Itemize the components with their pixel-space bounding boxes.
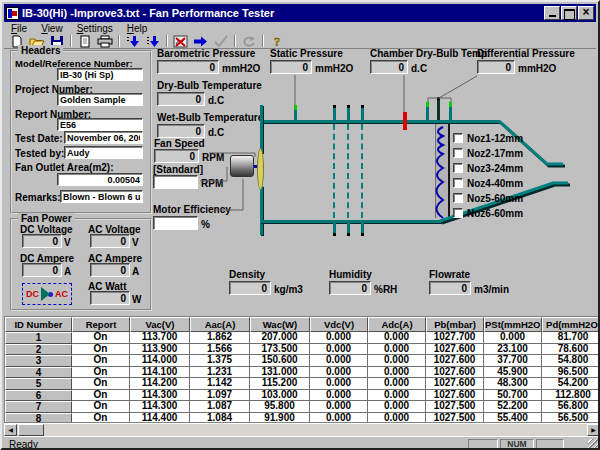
- table-cell[interactable]: 0.000: [310, 413, 368, 424]
- table-cell[interactable]: 114.300: [130, 401, 190, 413]
- table-cell[interactable]: 1.142: [190, 378, 250, 390]
- table-cell[interactable]: 56.500: [542, 413, 600, 424]
- chamber-temp-value[interactable]: 0: [370, 60, 408, 74]
- table-cell[interactable]: 114.100: [130, 367, 190, 379]
- differential-pressure-value[interactable]: 0: [477, 60, 515, 74]
- table-cell[interactable]: 0.000: [368, 367, 426, 379]
- flowrate-value[interactable]: 0: [429, 281, 471, 295]
- remarks-input[interactable]: [60, 190, 143, 203]
- minimize-button[interactable]: [544, 6, 560, 20]
- table-cell[interactable]: 113.700: [130, 332, 190, 344]
- menu-item-view[interactable]: View: [34, 23, 70, 34]
- toolbar-button-import-data-2[interactable]: [143, 34, 163, 48]
- toolbar-button-print[interactable]: [95, 34, 115, 48]
- table-cell[interactable]: 1.084: [190, 413, 250, 424]
- row-header-1[interactable]: 1: [5, 332, 72, 344]
- table-cell[interactable]: 131.000: [250, 367, 310, 379]
- table-cell[interactable]: 115.200: [250, 378, 310, 390]
- table-cell[interactable]: 1.375: [190, 355, 250, 367]
- table-cell[interactable]: 95.800: [250, 401, 310, 413]
- maximize-button[interactable]: [561, 6, 577, 20]
- dc-voltage-value[interactable]: 0: [22, 234, 62, 248]
- nozzle-checkbox-1[interactable]: [453, 133, 463, 143]
- wet-bulb-value[interactable]: 0: [157, 124, 205, 138]
- table-cell[interactable]: 1.566: [190, 344, 250, 356]
- menu-item-help[interactable]: Help: [120, 23, 155, 34]
- table-cell[interactable]: On: [72, 378, 130, 390]
- toolbar-button-chart[interactable]: [171, 34, 191, 48]
- table-cell[interactable]: 96.500: [542, 367, 600, 379]
- table-cell[interactable]: 103.000: [250, 390, 310, 402]
- row-header-4[interactable]: 4: [5, 367, 72, 379]
- table-cell[interactable]: 54.800: [542, 355, 600, 367]
- table-cell[interactable]: On: [72, 367, 130, 379]
- table-cell[interactable]: 1027.600: [426, 344, 484, 356]
- standard-rpm-input[interactable]: [153, 175, 198, 189]
- table-cell[interactable]: 81.700: [542, 332, 600, 344]
- table-cell[interactable]: 150.600: [250, 355, 310, 367]
- table-cell[interactable]: 1027.600: [426, 390, 484, 402]
- fan-speed-value[interactable]: 0: [154, 149, 199, 163]
- table-cell[interactable]: 0.000: [310, 401, 368, 413]
- table-cell[interactable]: 114.200: [130, 378, 190, 390]
- table-cell[interactable]: On: [72, 332, 130, 344]
- motor-efficiency-input[interactable]: [153, 216, 198, 230]
- table-cell[interactable]: 78.600: [542, 344, 600, 356]
- resize-grip[interactable]: [588, 439, 600, 450]
- ac-watt-value[interactable]: 0: [90, 291, 130, 305]
- table-cell[interactable]: 112.800: [542, 390, 600, 402]
- toolbar-button-redo[interactable]: [239, 34, 259, 48]
- table-cell[interactable]: 0.000: [310, 332, 368, 344]
- scroll-thumb[interactable]: [18, 424, 44, 436]
- row-header-7[interactable]: 7: [5, 401, 72, 413]
- nozzle-checkbox-4[interactable]: [453, 178, 463, 188]
- model-input[interactable]: [57, 68, 143, 81]
- ac-ampere-value[interactable]: 0: [90, 263, 130, 277]
- nozzle-checkbox-5[interactable]: [453, 193, 463, 203]
- tested-by-input[interactable]: [64, 146, 143, 159]
- ac-voltage-value[interactable]: 0: [90, 234, 130, 248]
- table-cell[interactable]: 1027.600: [426, 367, 484, 379]
- app-icon[interactable]: [6, 7, 19, 20]
- table-cell[interactable]: 114.300: [130, 390, 190, 402]
- table-cell[interactable]: 0.000: [368, 332, 426, 344]
- nozzle-checkbox-2[interactable]: [453, 148, 463, 158]
- table-cell[interactable]: 52.200: [484, 401, 542, 413]
- table-cell[interactable]: 207.000: [250, 332, 310, 344]
- table-cell[interactable]: 0.000: [310, 355, 368, 367]
- table-cell[interactable]: 1.231: [190, 367, 250, 379]
- table-cell[interactable]: 0.000: [484, 332, 542, 344]
- table-cell[interactable]: 173.500: [250, 344, 310, 356]
- barometric-value[interactable]: 0: [157, 60, 219, 74]
- table-cell[interactable]: 113.900: [130, 344, 190, 356]
- table-cell[interactable]: 55.400: [484, 413, 542, 424]
- table-cell[interactable]: On: [72, 355, 130, 367]
- table-cell[interactable]: 1.087: [190, 401, 250, 413]
- toolbar-button-run[interactable]: [191, 34, 211, 48]
- table-cell[interactable]: On: [72, 390, 130, 402]
- table-cell[interactable]: 114.400: [130, 413, 190, 424]
- scroll-right-button[interactable]: ▶: [587, 424, 600, 436]
- table-cell[interactable]: 0.000: [368, 355, 426, 367]
- table-cell[interactable]: 1.097: [190, 390, 250, 402]
- table-cell[interactable]: 1.862: [190, 332, 250, 344]
- row-header-3[interactable]: 3: [5, 355, 72, 367]
- toolbar-button-accept[interactable]: [211, 34, 231, 48]
- table-cell[interactable]: 1027.600: [426, 355, 484, 367]
- table-cell[interactable]: 45.900: [484, 367, 542, 379]
- density-value[interactable]: 0: [229, 281, 271, 295]
- menu-item-file[interactable]: File: [4, 23, 34, 34]
- table-cell[interactable]: 114.000: [130, 355, 190, 367]
- table-cell[interactable]: 0.000: [368, 378, 426, 390]
- scroll-left-button[interactable]: ◀: [4, 424, 17, 436]
- table-cell[interactable]: 1027.500: [426, 413, 484, 424]
- table-cell[interactable]: 1027.500: [426, 401, 484, 413]
- table-cell[interactable]: 1027.600: [426, 378, 484, 390]
- table-cell[interactable]: 91.900: [250, 413, 310, 424]
- horizontal-scrollbar[interactable]: ◀ ▶: [4, 423, 600, 436]
- project-input[interactable]: [57, 93, 143, 106]
- row-header-6[interactable]: 6: [5, 390, 72, 402]
- table-cell[interactable]: 50.700: [484, 390, 542, 402]
- humidity-value[interactable]: 0: [329, 281, 371, 295]
- nozzle-checkbox-3[interactable]: [453, 163, 463, 173]
